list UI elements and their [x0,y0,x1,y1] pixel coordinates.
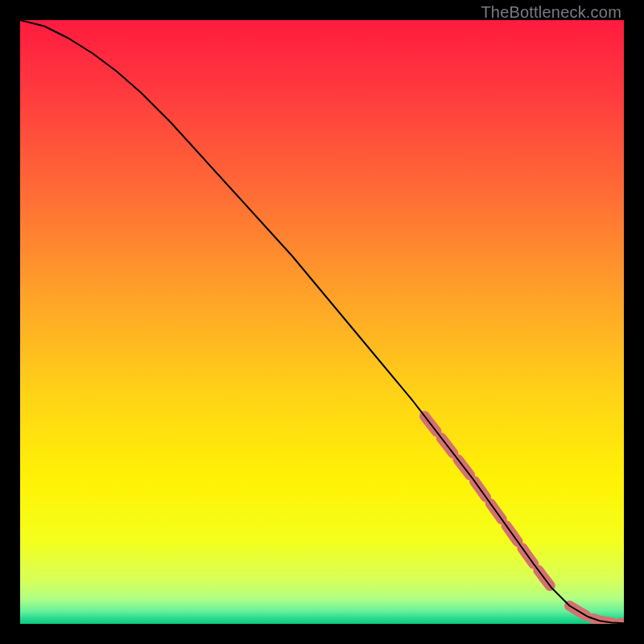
svg-rect-0 [20,20,624,624]
gradient-background [20,20,624,624]
plot-area [20,20,624,624]
watermark-text: TheBottleneck.com [481,3,621,22]
chart-frame: TheBottleneck.com [0,0,644,644]
